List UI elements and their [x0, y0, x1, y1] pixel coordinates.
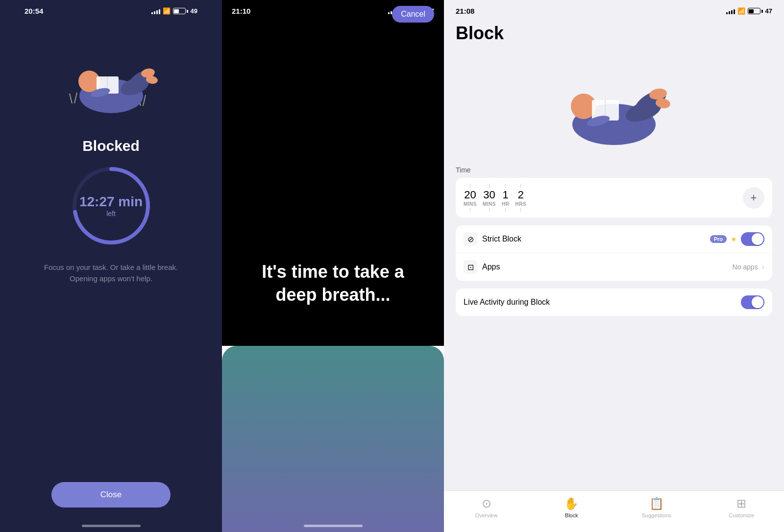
- time-2: 21:10: [232, 7, 250, 15]
- gradient-area: [222, 346, 444, 532]
- time-unit-1: MINS: [483, 201, 496, 207]
- time-add-button[interactable]: +: [743, 187, 764, 209]
- timer-display: 12:27 min left: [79, 194, 143, 218]
- live-activity-label: Live Activity during Block: [464, 298, 741, 307]
- apps-icon: ⊡: [464, 260, 477, 274]
- tab-suggestions-label: Suggestions: [641, 512, 671, 518]
- tab-customize[interactable]: ⊞ Customize: [699, 497, 784, 518]
- time-unit-3: HRS: [515, 201, 526, 207]
- time-slot-0[interactable]: 20 MINS: [464, 183, 477, 213]
- time-value-2: 1: [503, 189, 509, 201]
- status-icons-1: 📶 49: [151, 7, 197, 15]
- settings-group-2: Live Activity during Block: [456, 289, 772, 316]
- time-slot-1[interactable]: 30 MINS: [483, 183, 496, 213]
- wifi-icon-1: 📶: [163, 7, 171, 15]
- apps-value: No apps: [733, 263, 758, 271]
- time-1: 20:54: [24, 7, 43, 15]
- live-activity-row[interactable]: Live Activity during Block: [456, 289, 772, 316]
- signal-icon-3: [726, 8, 735, 14]
- pro-badge: Pro: [710, 235, 727, 243]
- svg-line-3: [143, 95, 146, 106]
- illustration-1: [48, 25, 175, 133]
- timer-value: 12:27 min: [79, 194, 143, 210]
- strict-block-icon: ⊘: [464, 232, 477, 246]
- tab-bar: ⊙ Overview ✋ Block 📋 Suggestions ⊞ Custo…: [444, 490, 784, 532]
- time-picker[interactable]: 20 MINS 30 MINS 1 HR: [456, 178, 772, 218]
- strict-block-row[interactable]: ⊘ Strict Block Pro ★: [456, 225, 772, 253]
- live-activity-toggle[interactable]: [741, 295, 764, 309]
- time-slot-2[interactable]: 1 HR: [502, 183, 509, 213]
- strict-block-label: Strict Block: [482, 235, 710, 243]
- home-indicator-1: [82, 525, 141, 527]
- screen-breathe: 21:10 📶 47 Cancel It's time to take a de…: [222, 0, 444, 532]
- status-bar-1: 20:54 📶 49: [15, 0, 207, 15]
- battery-label-3: 47: [765, 7, 772, 15]
- screen-block-settings: 21:08 📶 47 Block: [444, 0, 784, 532]
- svg-line-0: [70, 94, 72, 103]
- suggestions-icon: 📋: [649, 497, 664, 510]
- tab-overview-label: Overview: [475, 512, 498, 518]
- tab-customize-label: Customize: [729, 512, 754, 518]
- battery-label-1: 49: [191, 7, 197, 15]
- time-value-3: 2: [518, 189, 524, 201]
- block-icon: ✋: [564, 497, 579, 510]
- screen2-top: 21:10 📶 47 Cancel It's time to take a de…: [222, 0, 444, 346]
- apps-right: No apps ›: [733, 263, 764, 271]
- customize-icon: ⊞: [736, 497, 746, 510]
- screen-blocked: 20:54 📶 49: [0, 0, 222, 532]
- battery-icon-3: [748, 8, 763, 14]
- apps-row[interactable]: ⊡ Apps No apps ›: [456, 253, 772, 281]
- circle-timer: 12:27 min left: [70, 164, 153, 247]
- time-3: 21:08: [456, 7, 474, 15]
- wifi-icon-3: 📶: [737, 7, 745, 15]
- screen3-content: Block Time: [444, 15, 784, 532]
- svg-line-1: [74, 93, 77, 103]
- time-value-0: 20: [464, 189, 476, 201]
- time-value-1: 30: [483, 189, 495, 201]
- page-title: Block: [456, 23, 772, 44]
- focus-text: Focus on your task. Or take a little bre…: [33, 262, 190, 284]
- home-indicator-2: [304, 525, 363, 527]
- battery-icon-1: [173, 8, 188, 14]
- star-icon: ★: [731, 235, 737, 243]
- tab-block[interactable]: ✋ Block: [529, 497, 614, 518]
- signal-icon-1: [151, 8, 160, 14]
- overview-icon: ⊙: [482, 497, 491, 510]
- blocked-title: Blocked: [82, 138, 140, 154]
- cancel-button[interactable]: Cancel: [392, 6, 434, 23]
- strict-block-right: Pro ★: [710, 232, 764, 246]
- status-bar-3: 21:08 📶 47: [444, 0, 784, 15]
- strict-block-toggle[interactable]: [741, 232, 764, 246]
- apps-chevron-icon: ›: [762, 263, 764, 271]
- tab-block-label: Block: [565, 512, 578, 518]
- time-unit-0: MINS: [464, 201, 477, 207]
- settings-group-1: ⊘ Strict Block Pro ★ ⊡ Apps No apps ›: [456, 225, 772, 281]
- timer-sub: left: [106, 210, 116, 218]
- tab-overview[interactable]: ⊙ Overview: [444, 497, 529, 518]
- status-icons-3: 📶 47: [726, 7, 772, 15]
- time-slot-3[interactable]: 2 HRS: [515, 183, 526, 213]
- close-button[interactable]: Close: [51, 482, 171, 508]
- apps-label: Apps: [482, 263, 733, 271]
- illustration-3: [456, 48, 772, 156]
- breathe-text: It's time to take a deep breath...: [222, 261, 444, 307]
- time-section-label: Time: [456, 166, 772, 174]
- time-unit-2: HR: [502, 201, 509, 207]
- tab-suggestions[interactable]: 📋 Suggestions: [614, 497, 699, 518]
